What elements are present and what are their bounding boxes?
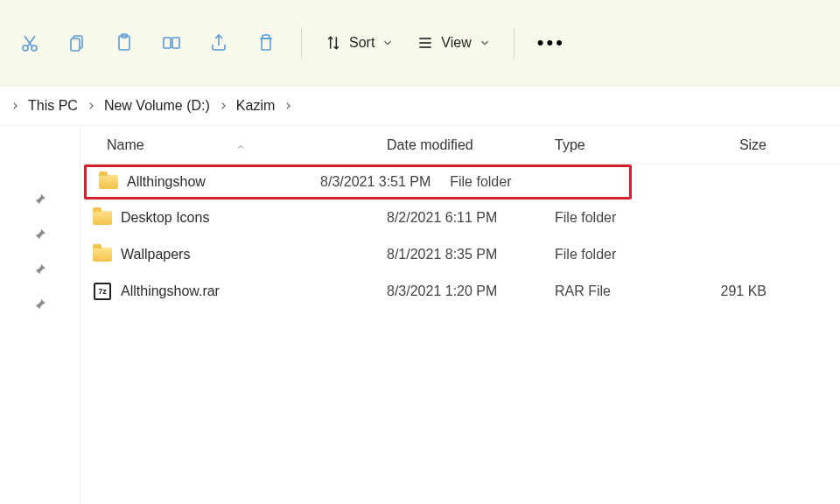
- cell-name: Wallpapers: [80, 247, 387, 262]
- cell-name: Allthingshow: [87, 174, 320, 190]
- file-name: Allthingshow.rar: [121, 284, 220, 299]
- header-name-label: Name: [107, 137, 144, 152]
- view-label: View: [441, 35, 471, 51]
- archive-icon: 7z: [94, 283, 111, 300]
- cut-button[interactable]: [18, 31, 42, 55]
- file-row[interactable]: 7zAllthingshow.rar8/3/2021 1:20 PMRAR Fi…: [80, 273, 840, 310]
- cell-name: Desktop Icons: [80, 210, 387, 226]
- svg-rect-3: [71, 38, 80, 51]
- rename-button[interactable]: [159, 31, 184, 55]
- header-name[interactable]: Name: [80, 137, 387, 153]
- sort-label: Sort: [349, 35, 374, 51]
- view-button[interactable]: View: [416, 34, 490, 52]
- cell-size: 291 KB: [695, 284, 782, 299]
- svg-rect-6: [164, 38, 171, 48]
- pin-icon[interactable]: [33, 228, 47, 242]
- toolbar-divider: [301, 27, 302, 59]
- folder-icon: [99, 175, 118, 189]
- chevron-right-icon: [87, 102, 95, 110]
- toolbar: Sort View •••: [0, 0, 840, 86]
- sort-button[interactable]: Sort: [325, 34, 394, 52]
- file-row[interactable]: Desktop Icons8/2/2021 6:11 PMFile folder: [80, 200, 840, 236]
- file-row[interactable]: Wallpapers8/1/2021 8:35 PMFile folder: [80, 236, 840, 273]
- nav-pane: [0, 126, 80, 504]
- more-button[interactable]: •••: [537, 32, 565, 54]
- breadcrumb-drive[interactable]: New Volume (D:): [104, 98, 210, 114]
- chevron-down-icon: [479, 37, 491, 49]
- folder-icon: [93, 248, 112, 262]
- cell-date: 8/3/2021 3:51 PM: [320, 174, 450, 190]
- header-date[interactable]: Date modified: [387, 137, 555, 153]
- share-button[interactable]: [206, 31, 231, 55]
- svg-point-1: [32, 46, 37, 51]
- chevron-right-icon: [10, 102, 19, 110]
- svg-rect-7: [172, 38, 179, 48]
- pin-icon[interactable]: [33, 262, 47, 276]
- cell-type: RAR File: [555, 284, 695, 299]
- file-name: Allthingshow: [127, 174, 206, 190]
- header-type[interactable]: Type: [555, 137, 695, 153]
- chevron-right-icon: [219, 102, 228, 110]
- cell-date: 8/2/2021 6:11 PM: [387, 210, 555, 226]
- folder-icon: [93, 211, 112, 225]
- file-list: Name Date modified Type Size Allthingsho…: [80, 126, 840, 504]
- cell-type: File folder: [450, 174, 557, 190]
- cell-date: 8/3/2021 1:20 PM: [387, 284, 555, 299]
- paste-button[interactable]: [112, 31, 136, 55]
- breadcrumb-folder[interactable]: Kazim: [236, 98, 275, 114]
- chevron-right-icon: [284, 102, 292, 110]
- chevron-down-icon: [382, 37, 394, 49]
- cell-type: File folder: [555, 210, 695, 226]
- cell-name: 7zAllthingshow.rar: [80, 283, 387, 300]
- column-headers: Name Date modified Type Size: [80, 126, 840, 164]
- pin-icon[interactable]: [33, 298, 47, 312]
- svg-point-0: [23, 46, 28, 51]
- copy-button[interactable]: [65, 31, 89, 55]
- delete-button[interactable]: [254, 31, 278, 55]
- pin-icon[interactable]: [33, 192, 47, 206]
- header-size[interactable]: Size: [695, 137, 782, 153]
- cell-type: File folder: [555, 247, 695, 262]
- breadcrumb-this-pc[interactable]: This PC: [28, 98, 78, 114]
- sort-asc-icon: [234, 143, 247, 151]
- svg-rect-8: [262, 38, 270, 50]
- file-name: Desktop Icons: [121, 210, 209, 226]
- address-bar[interactable]: This PC New Volume (D:) Kazim: [0, 86, 840, 126]
- content-area: Name Date modified Type Size Allthingsho…: [0, 126, 840, 504]
- toolbar-divider: [514, 27, 514, 59]
- file-name: Wallpapers: [121, 247, 190, 262]
- cell-date: 8/1/2021 8:35 PM: [387, 247, 555, 262]
- file-row[interactable]: Allthingshow8/3/2021 3:51 PMFile folder: [84, 164, 632, 200]
